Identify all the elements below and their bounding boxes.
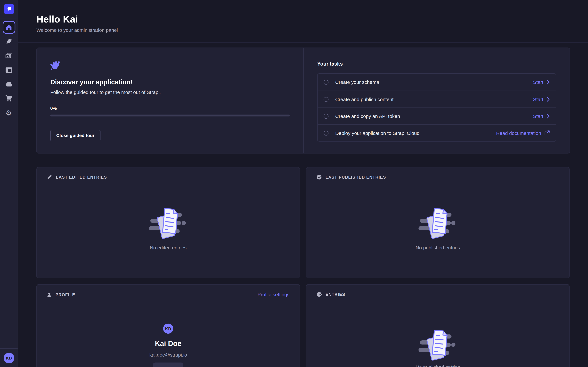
home-icon: [5, 24, 12, 31]
sidebar-item-media-library[interactable]: [2, 50, 15, 62]
card-header: LAST PUBLISHED ENTRIES: [306, 167, 569, 180]
images-icon: [5, 53, 12, 59]
task-radio[interactable]: [324, 97, 329, 102]
sidebar-item-settings[interactable]: ⚙: [2, 106, 15, 119]
tasks-list: Create your schema Start Create and publ…: [317, 73, 556, 142]
last-published-entries-card: LAST PUBLISHED ENTRIES: [306, 167, 570, 278]
task-radio[interactable]: [324, 80, 329, 85]
empty-documents-illustration: [416, 206, 459, 241]
profile-email: kai.doe@strapi.io: [149, 352, 187, 358]
progress-bar: [50, 115, 290, 117]
strapi-admin-dashboard: ⚙ KD Hello Kai Welcome to your administr…: [0, 0, 588, 367]
task-label: Deploy your application to Strapi Cloud: [335, 130, 420, 136]
layout-icon: [5, 67, 12, 73]
sidebar-item-deploy[interactable]: [2, 78, 15, 91]
sidebar-item-home[interactable]: [2, 21, 15, 34]
sidebar-divider: [0, 18, 18, 18]
task-row-create-api-token[interactable]: Create and copy an API token Start: [318, 108, 556, 124]
profile-partial-button[interactable]: [153, 362, 183, 367]
guided-tour-title: Discover your application!: [50, 78, 288, 86]
strapi-logo-glyph: [6, 6, 12, 12]
cloud-icon: [5, 82, 13, 87]
page-header: Hello Kai Welcome to your administration…: [18, 0, 588, 43]
sidebar-item-content-manager[interactable]: [2, 35, 15, 48]
gear-icon: ⚙: [6, 109, 12, 116]
card-title: LAST PUBLISHED ENTRIES: [326, 175, 386, 179]
card-title: PROFILE: [56, 292, 75, 297]
empty-documents-illustration: [147, 206, 190, 241]
page-title: Hello Kai: [36, 14, 78, 25]
task-start-link[interactable]: Start: [533, 113, 550, 119]
cart-icon: [5, 95, 12, 102]
card-header: ENTRIES: [306, 285, 569, 297]
external-link-icon: [545, 130, 550, 135]
profile-body: KD Kai Doe kai.doe@strapi.io: [37, 297, 300, 367]
tasks-heading: Your tasks: [317, 61, 556, 67]
empty-state-text: No published entries: [415, 364, 460, 367]
sidebar-divider: [0, 348, 18, 349]
profile-name: Kai Doe: [155, 340, 182, 348]
sidebar-nav: ⚙: [0, 21, 18, 119]
empty-state: No published entries: [306, 180, 569, 250]
card-header: PROFILE Profile settings: [37, 285, 300, 297]
empty-state: No edited entries: [37, 180, 300, 250]
entries-card: ENTRIES: [306, 284, 570, 367]
task-label: Create and publish content: [335, 96, 394, 102]
task-action-label: Start: [533, 113, 543, 119]
task-label: Create and copy an API token: [335, 113, 400, 119]
close-guided-tour-button[interactable]: Close guided tour: [50, 130, 101, 141]
task-radio[interactable]: [324, 131, 329, 135]
task-start-link[interactable]: Start: [533, 96, 550, 102]
guided-tour-panel: Discover your application! Follow the gu…: [36, 48, 570, 154]
profile-card: PROFILE Profile settings KD Kai Doe kai.…: [36, 284, 300, 367]
empty-state-text: No edited entries: [150, 245, 187, 250]
pie-chart-icon: [317, 292, 322, 297]
check-circle-icon: [317, 175, 322, 180]
feather-icon: [5, 38, 12, 45]
sidebar: ⚙ KD: [0, 0, 18, 367]
person-icon: [47, 292, 52, 297]
task-action-label: Start: [533, 96, 543, 102]
empty-state-text: No published entries: [415, 245, 460, 250]
chevron-right-icon: [547, 114, 550, 119]
page-subtitle: Welcome to your administration panel: [36, 27, 118, 33]
sidebar-item-marketplace[interactable]: [2, 92, 15, 105]
strapi-logo[interactable]: [4, 4, 14, 14]
last-edited-entries-card: LAST EDITED ENTRIES: [36, 167, 300, 278]
task-row-create-schema[interactable]: Create your schema Start: [318, 74, 556, 91]
task-action-label: Start: [533, 79, 543, 85]
tasks-pane: Your tasks Create your schema Start: [304, 48, 570, 153]
card-title: LAST EDITED ENTRIES: [56, 175, 107, 179]
chevron-right-icon: [547, 97, 550, 102]
task-row-create-publish-content[interactable]: Create and publish content Start: [318, 91, 556, 108]
waving-hand-icon: [50, 60, 61, 70]
pencil-icon: [47, 175, 52, 180]
guided-tour-subtitle: Follow the guided tour to get the most o…: [50, 90, 288, 95]
sidebar-item-content-type-builder[interactable]: [2, 64, 15, 76]
profile-settings-link[interactable]: Profile settings: [258, 292, 290, 297]
card-title: ENTRIES: [326, 292, 345, 297]
task-start-link[interactable]: Start: [533, 79, 550, 85]
task-label: Create your schema: [335, 79, 379, 85]
empty-documents-illustration: [416, 328, 459, 362]
progress-percent-label: 0%: [50, 106, 288, 111]
task-radio[interactable]: [324, 114, 329, 119]
chevron-right-icon: [547, 80, 550, 85]
profile-avatar: KD: [163, 324, 173, 334]
read-documentation-link[interactable]: Read documentation: [496, 130, 550, 136]
guided-tour-pane: Discover your application! Follow the gu…: [37, 48, 303, 153]
task-action-label: Read documentation: [496, 130, 541, 136]
card-header: LAST EDITED ENTRIES: [37, 167, 300, 180]
main-content: Hello Kai Welcome to your administration…: [18, 0, 588, 367]
task-row-deploy-strapi-cloud[interactable]: Deploy your application to Strapi Cloud …: [318, 124, 556, 141]
sidebar-user-avatar[interactable]: KD: [4, 353, 14, 363]
empty-state: No published entries: [306, 297, 569, 367]
